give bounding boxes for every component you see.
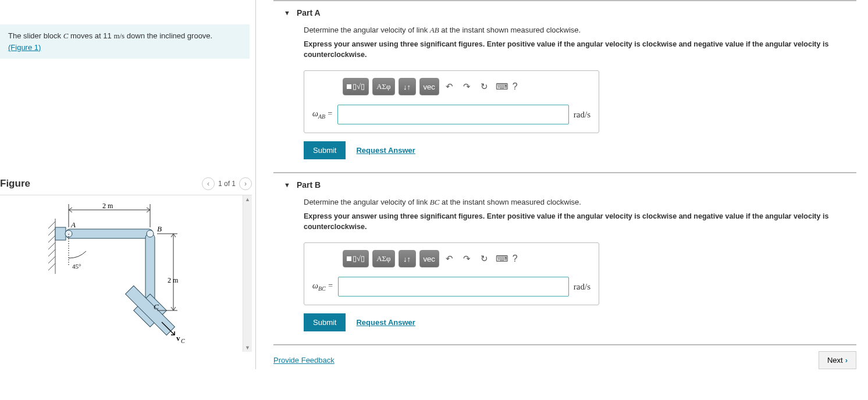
next-button[interactable]: Next ›	[819, 351, 856, 369]
problem-text-prefix: The slider block	[8, 31, 63, 40]
redo-icon[interactable]: ↷	[460, 253, 474, 264]
angle-label: 45°	[72, 263, 81, 270]
keyboard-icon[interactable]: ⌨	[495, 81, 509, 92]
bottom-bar: Provide Feedback Next ›	[273, 344, 856, 369]
part-b-var-label: ωBC =	[312, 281, 333, 292]
part-b-title: Part B	[297, 180, 321, 190]
svg-point-12	[147, 230, 154, 237]
undo-icon[interactable]: ↶	[443, 253, 457, 264]
figure-diagram: 45° 2 m 2 m A B	[0, 195, 239, 352]
collapse-icon[interactable]: ▼	[284, 9, 290, 16]
subscript-button[interactable]: ↓↑	[399, 78, 416, 95]
figure-title: Figure	[0, 178, 30, 190]
part-b-request-answer-link[interactable]: Request Answer	[356, 318, 415, 327]
help-icon[interactable]: ?	[513, 253, 518, 264]
part-b-answer-input[interactable]	[338, 277, 569, 297]
vec-button[interactable]: vec	[419, 250, 439, 267]
reset-icon[interactable]: ↻	[478, 253, 492, 264]
svg-line-3	[48, 235, 55, 242]
greek-button[interactable]: ΑΣφ	[372, 250, 394, 267]
part-b: ▼ Part B Determine the angular velocity …	[273, 172, 856, 331]
svg-text:C: C	[181, 338, 185, 344]
left-panel: The slider block C moves at 11 m/s down …	[0, 0, 256, 369]
part-a-title: Part A	[297, 8, 321, 17]
svg-line-2	[48, 228, 55, 235]
equation-toolbar: ▯√▯ ΑΣφ ↓↑ vec ↶ ↷ ↻ ⌨ ?	[312, 250, 590, 267]
templates-button[interactable]: ▯√▯	[343, 250, 369, 267]
right-panel: ▼ Part A Determine the angular velocity …	[256, 0, 868, 369]
subscript-button[interactable]: ↓↑	[399, 250, 416, 267]
figure-body: 45° 2 m 2 m A B	[0, 195, 252, 352]
label-A: A	[70, 220, 76, 229]
figure-link[interactable]: (Figure 1)	[8, 43, 41, 52]
svg-rect-9	[66, 229, 153, 238]
problem-unit: m/s	[113, 31, 124, 40]
figure-scrollbar[interactable]: ▲ ▼	[243, 195, 252, 352]
figure-next-button[interactable]: ›	[239, 177, 252, 190]
figure-prev-button[interactable]: ‹	[202, 177, 215, 190]
svg-line-4	[48, 242, 55, 249]
help-icon[interactable]: ?	[513, 81, 518, 92]
part-b-submit-button[interactable]: Submit	[304, 313, 346, 331]
templates-button[interactable]: ▯√▯	[343, 78, 369, 95]
collapse-icon[interactable]: ▼	[284, 181, 290, 188]
redo-icon[interactable]: ↷	[460, 81, 474, 92]
svg-line-1	[48, 222, 55, 228]
dim-ab: 2 m	[102, 202, 113, 210]
svg-line-7	[48, 263, 55, 270]
vec-button[interactable]: vec	[419, 78, 439, 95]
scroll-up-icon: ▲	[244, 195, 251, 203]
equation-toolbar: ▯√▯ ΑΣφ ↓↑ vec ↶ ↷ ↻ ⌨ ?	[312, 78, 590, 95]
next-label: Next	[827, 356, 843, 365]
part-b-prompt: Determine the angular velocity of link B…	[304, 198, 856, 207]
problem-statement: The slider block C moves at 11 m/s down …	[0, 24, 250, 59]
svg-text:v: v	[176, 334, 180, 342]
keyboard-icon[interactable]: ⌨	[495, 253, 509, 264]
label-B: B	[157, 224, 162, 233]
part-a-request-answer-link[interactable]: Request Answer	[356, 146, 415, 155]
part-a-answer-box: ▯√▯ ΑΣφ ↓↑ vec ↶ ↷ ↻ ⌨ ? ωAB = rad/s	[304, 70, 599, 133]
figure-pager: ‹ 1 of 1 ›	[202, 177, 252, 190]
part-a-var-label: ωAB =	[312, 109, 333, 120]
label-C: C	[154, 302, 159, 311]
greek-button[interactable]: ΑΣφ	[372, 78, 394, 95]
part-a: ▼ Part A Determine the angular velocity …	[273, 0, 856, 159]
scroll-down-icon: ▼	[244, 344, 251, 352]
figure-page-count: 1 of 1	[218, 180, 236, 188]
chevron-right-icon: ›	[845, 356, 848, 365]
part-b-instruction: Express your answer using three signific…	[304, 212, 856, 232]
part-b-unit: rad/s	[574, 282, 590, 292]
part-a-unit: rad/s	[574, 110, 590, 120]
problem-text-mid: moves at 11	[68, 31, 113, 40]
reset-icon[interactable]: ↻	[478, 81, 492, 92]
part-a-prompt: Determine the angular velocity of link A…	[304, 26, 856, 35]
undo-icon[interactable]: ↶	[443, 81, 457, 92]
figure-section: Figure ‹ 1 of 1 ›	[0, 175, 255, 352]
part-b-answer-box: ▯√▯ ΑΣφ ↓↑ vec ↶ ↷ ↻ ⌨ ? ωBC = rad/s	[304, 242, 599, 305]
svg-rect-8	[55, 227, 66, 240]
svg-line-5	[48, 249, 55, 256]
provide-feedback-link[interactable]: Provide Feedback	[273, 356, 335, 365]
part-a-instruction: Express your answer using three signific…	[304, 40, 856, 60]
dim-bc: 2 m	[168, 276, 179, 284]
problem-text-suffix: down the inclined groove.	[124, 31, 212, 40]
svg-line-6	[48, 256, 55, 263]
part-a-submit-button[interactable]: Submit	[304, 141, 346, 159]
part-a-answer-input[interactable]	[337, 105, 569, 124]
